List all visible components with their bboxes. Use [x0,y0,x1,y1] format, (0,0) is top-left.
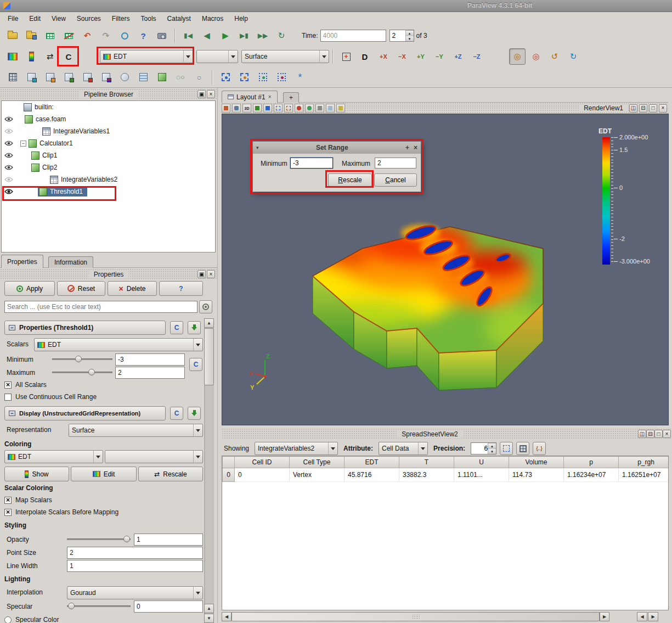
window-titlebar[interactable]: ParaView 4.3.1 64-bit [0,0,672,12]
column-visibility-button[interactable] [516,442,529,455]
dialog-close-icon[interactable]: × [414,144,417,151]
select-cells-rect-button[interactable] [217,69,234,86]
select-cells-polygon-button[interactable] [295,104,303,113]
menu-sources[interactable]: Sources [71,13,106,24]
menu-edit[interactable]: Edit [24,13,46,24]
frame-input[interactable] [390,30,405,41]
visibility-eye-icon[interactable] [4,165,13,170]
interactive-select-button[interactable]: * [292,69,308,86]
visibility-eye-icon[interactable] [4,141,13,146]
coloring-array-combo[interactable]: EDT [4,450,103,463]
scalars-combo[interactable]: EDT [34,338,203,351]
cell-format-button[interactable]: {..} [533,442,546,455]
reset-camera-button[interactable]: + [338,48,354,65]
help-button[interactable]: ? [135,27,151,44]
collapse-expander-icon[interactable]: − [20,141,26,147]
all-scalars-checkbox[interactable] [4,381,12,389]
slice-filter-button[interactable] [79,69,95,86]
maximum-input[interactable] [115,367,185,379]
column-header[interactable]: Cell ID [235,457,290,468]
dialog-float-icon[interactable]: + [405,144,409,151]
edit-camera-button[interactable] [222,104,230,113]
specular-slider-knob[interactable] [68,603,75,609]
interpolate-row[interactable]: Interpolate Scalars Before Mapping [4,508,118,516]
pipeline-item-integratevariables1[interactable]: IntegrateVariables1 [2,125,215,137]
minimum-input[interactable] [115,353,185,366]
select-points-polygon-button[interactable] [305,104,314,113]
maximum-slider[interactable] [52,368,112,376]
show-only-selected-button[interactable] [500,442,513,455]
line-width-input[interactable] [67,560,203,572]
set-view-plus-z-button[interactable]: +Z [450,48,466,65]
coloring-component-combo[interactable] [105,450,203,463]
select-cells-on-button[interactable] [253,104,262,113]
play-button[interactable]: ▶ [217,27,234,44]
rescale-to-custom-range-button[interactable]: C [60,48,77,65]
color-array-combo[interactable]: EDT [100,50,193,63]
interactive-select-cells-button[interactable] [326,104,335,113]
pipeline-item-clip2[interactable]: Clip2 [2,161,215,173]
tab-add-layout[interactable]: + [283,92,299,103]
visibility-eye-icon[interactable] [4,128,13,134]
spreadsheet-header[interactable]: SpreadSheetView2 ◫ ⊟ □ × [222,428,672,440]
specular-color-swatch[interactable] [4,616,12,623]
opacity-slider-knob[interactable] [123,536,130,542]
section-display[interactable]: − Display (UnstructuredGridRepresentatio… [4,406,166,420]
specular-input[interactable] [134,600,203,613]
column-header[interactable]: p_rgh [619,457,669,468]
save-screenshot-button[interactable] [232,104,241,113]
pipeline-item-case-foam[interactable]: case.foam [2,113,215,125]
menu-tools[interactable]: Tools [135,13,162,24]
color-legend-bar[interactable] [602,137,610,265]
set-range-dialog[interactable]: ▾ Set Range + × Minimum Maximum Rescale … [252,141,421,192]
auto-apply-button[interactable] [116,27,133,44]
maximum-slider-knob[interactable] [88,369,95,375]
toggle-2d3d-button[interactable]: 3D [242,104,251,113]
redo-button[interactable]: ↷ [98,27,114,44]
close-tab-icon[interactable]: × [268,94,272,100]
frame-down-icon[interactable]: ▼ [406,36,414,41]
rotate-camera-button[interactable]: ↻ [565,48,581,65]
pipeline-item-calculator1[interactable]: − Calculator1 [2,137,215,149]
column-header[interactable]: T [399,457,454,468]
point-size-input[interactable] [67,547,203,559]
continuous-range-row[interactable]: Use Continuous Cell Range [4,393,97,401]
probe-button[interactable]: ○ [191,69,207,86]
interactive-select-points-button[interactable] [336,104,345,113]
properties-header[interactable]: Properties ▣ × [0,268,217,280]
menu-macros[interactable]: Macros [196,13,229,24]
edit-colormap-panel-button[interactable]: Edit [71,467,137,481]
connect-button[interactable] [42,27,58,44]
interpolation-combo[interactable]: Gouraud [67,586,203,599]
float-panel-icon[interactable]: ▣ [197,270,206,278]
scroll-up-icon[interactable]: ▲ [204,318,214,328]
menu-help[interactable]: Help [229,13,253,24]
maximize-view-icon[interactable]: □ [654,430,663,438]
spreadsheet-table-area[interactable]: Cell ID Cell Type EDT T U Volume p p_rgh… [222,456,669,610]
extract-subset-button[interactable] [116,69,133,86]
visibility-eye-icon[interactable] [4,177,13,182]
continuous-range-checkbox[interactable] [4,394,12,401]
previous-frame-button[interactable]: ◀ [199,27,215,44]
specular-slider[interactable] [67,602,131,610]
pipeline-item-integratevariables2[interactable]: IntegrateVariables2 [2,173,215,186]
capture-button[interactable] [154,27,170,44]
select-points-on-button[interactable] [263,104,272,113]
all-scalars-row[interactable]: All Scalars [4,381,47,389]
delete-button[interactable]: ×Delete [108,281,157,296]
save-defaults-button[interactable] [188,321,201,334]
tab-layout1[interactable]: Layout #1 × [222,91,278,103]
contour-filter-button[interactable] [42,69,58,86]
pipeline-browser-header[interactable]: Pipeline Browser ▣ × [0,88,217,100]
scroll-right-icon[interactable]: ▶ [600,612,609,621]
save-display-defaults-button[interactable] [188,407,201,420]
search-options-button[interactable] [199,300,212,313]
threshold-filter-button[interactable] [98,69,114,86]
open-file-button[interactable] [4,27,21,44]
menu-catalyst[interactable]: Catalyst [162,13,196,24]
select-points-polygon-button[interactable] [273,69,290,86]
frame-spinbox[interactable]: ▲▼ [389,30,414,42]
set-view-minus-x-button[interactable]: −X [394,48,410,65]
save-state-button[interactable] [23,27,39,44]
column-header[interactable]: p [564,457,619,468]
